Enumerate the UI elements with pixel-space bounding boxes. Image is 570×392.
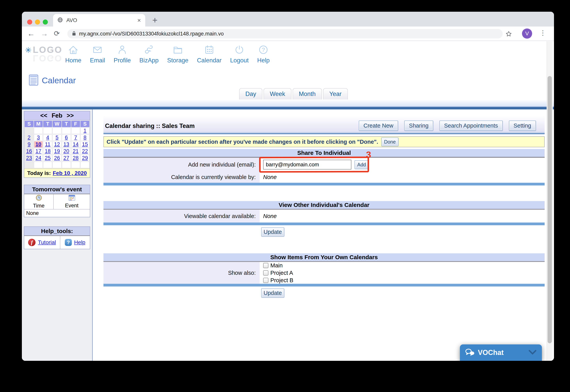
chevron-down-icon[interactable]	[528, 350, 537, 356]
calendar-day-cell-today[interactable]: 10	[34, 141, 43, 148]
calendar-day-cell	[34, 162, 43, 168]
nav-item-logout[interactable]: Logout	[230, 44, 249, 64]
home-icon	[68, 44, 79, 56]
calendar-day-cell[interactable]: 3	[34, 134, 43, 141]
calendar-day-cell[interactable]: 15	[80, 141, 89, 148]
project-a-checkbox[interactable]	[263, 270, 268, 276]
url-text: my.agnx.com/-/vo/SID600313304fokiuzokcl1…	[79, 31, 224, 37]
calendar-day-cell[interactable]: 5	[53, 134, 61, 141]
project-b-checkbox-label: Project B	[270, 277, 293, 284]
done-button[interactable]: Done	[381, 138, 398, 146]
mini-calendar: << Feb >> S M T W T F S	[24, 111, 90, 178]
nav-label: Logout	[230, 57, 249, 64]
browser-toolbar: ← → ⟳ my.agnx.com/-/vo/SID600313304fokiu…	[22, 27, 554, 41]
calendar-day-cell[interactable]: 23	[25, 155, 34, 161]
nav-item-storage[interactable]: Storage	[167, 44, 188, 64]
logout-icon	[234, 44, 245, 56]
search-appointments-button[interactable]: Search Appointments	[439, 121, 503, 131]
main-checkbox[interactable]	[263, 263, 268, 268]
dow-header: S	[80, 121, 89, 127]
share-to-individual-header: Share To Individual	[103, 149, 545, 158]
calendar-day-cell[interactable]: 2	[25, 134, 34, 141]
prev-month-button[interactable]: <<	[40, 112, 47, 119]
calendar-day-cell[interactable]: 20	[62, 148, 71, 154]
help-cell: ? Help	[60, 236, 90, 249]
address-bar[interactable]: my.agnx.com/-/vo/SID600313304fokiuzokcl1…	[67, 29, 503, 38]
calendar-day-cell	[25, 162, 34, 168]
nav-item-profile[interactable]: Profile	[114, 44, 131, 64]
calendar-day-cell[interactable]: 14	[71, 141, 80, 148]
calendar-day-cell[interactable]: 28	[71, 155, 80, 161]
checkbox-line-main: Main	[263, 262, 283, 269]
reload-button[interactable]: ⟳	[54, 29, 60, 38]
flash-tutorial-icon: f	[28, 239, 36, 246]
bookmark-star-icon[interactable]	[506, 31, 512, 38]
vochat-widget[interactable]: VOChat	[460, 344, 542, 361]
back-button[interactable]: ←	[27, 29, 35, 38]
calendar-day-cell[interactable]: 21	[71, 148, 80, 154]
help-link[interactable]: Help	[74, 239, 86, 246]
profile-icon	[117, 44, 128, 56]
calendar-day-cell[interactable]: 24	[34, 155, 43, 161]
calendar-day-cell[interactable]: 12	[53, 141, 61, 148]
calendar-day-cell[interactable]: 4	[43, 134, 52, 141]
calendar-day-cell[interactable]: 27	[62, 155, 71, 161]
calendar-day-cell[interactable]: 13	[62, 141, 71, 148]
content-title-band: Calendar sharing :: Sales Team Create Ne…	[103, 116, 545, 132]
calendar-day-cell[interactable]: 19	[53, 148, 61, 154]
nav-item-bizapp[interactable]: BizApp	[139, 44, 159, 64]
dow-header: F	[71, 121, 80, 127]
page-scrollbar[interactable]	[547, 41, 553, 361]
tab-week[interactable]: Week	[263, 88, 292, 99]
calendar-day-cell[interactable]: 29	[80, 155, 89, 161]
project-b-checkbox[interactable]	[263, 278, 268, 283]
show-also-row: Show also: Main Project A	[103, 262, 545, 284]
section-end-bar	[103, 284, 545, 286]
nav-label: Home	[65, 57, 81, 64]
calendar-day-cell[interactable]: 7	[71, 134, 80, 141]
show-also-label: Show also:	[103, 262, 260, 284]
calendar-day-cell[interactable]: 6	[62, 134, 71, 141]
calendar-day-cell[interactable]: 17	[34, 148, 43, 154]
calendar-day-cell[interactable]: 26	[53, 155, 61, 161]
update-show-section-button[interactable]: Update	[261, 288, 284, 297]
tab-close-icon[interactable]: ×	[137, 17, 141, 23]
new-tab-button[interactable]: +	[152, 15, 158, 25]
create-new-button[interactable]: Create New	[359, 121, 398, 131]
nav-item-help[interactable]: ? Help	[257, 44, 270, 64]
calendar-day-cell[interactable]: 18	[43, 148, 52, 154]
nav-label: BizApp	[139, 57, 159, 64]
scrollbar-thumb[interactable]	[548, 76, 552, 343]
nav-item-home[interactable]: Home	[65, 44, 81, 64]
calendar-view-tabs: Day Week Month Year	[239, 88, 348, 99]
setting-button[interactable]: Setting	[509, 121, 536, 131]
calendar-day-cell[interactable]: 11	[43, 141, 52, 148]
tab-year[interactable]: Year	[323, 88, 348, 99]
sharing-button[interactable]: Sharing	[404, 121, 433, 131]
calendar-day-cell[interactable]: 16	[25, 148, 34, 154]
calendar-day-cell[interactable]: 25	[43, 155, 52, 161]
macos-zoom-button[interactable]	[43, 19, 48, 25]
profile-avatar[interactable]: V	[522, 28, 532, 39]
clock-icon	[36, 195, 42, 202]
today-link[interactable]: Feb 10 , 2020	[53, 170, 87, 176]
tab-month[interactable]: Month	[292, 88, 322, 99]
browser-tab[interactable]: AVO ×	[53, 14, 145, 27]
nav-item-email[interactable]: Email	[90, 44, 105, 64]
calendar-day-cell[interactable]: 1	[80, 127, 89, 134]
tutorial-link[interactable]: Tutorial	[38, 239, 56, 246]
next-month-button[interactable]: >>	[67, 112, 74, 119]
screenshot-canvas: AVO × + ← → ⟳ my.agnx.com/-/vo/SID600313…	[0, 0, 570, 392]
macos-minimize-button[interactable]	[35, 19, 40, 25]
tab-day[interactable]: Day	[239, 88, 262, 99]
calendar-day-cell[interactable]: 8	[80, 134, 89, 141]
update-view-section-button[interactable]: Update	[261, 227, 284, 236]
top-navigation: Home Email Profile BizApp Storage	[65, 44, 270, 64]
calendar-day-cell[interactable]: 9	[25, 141, 34, 148]
sidebar: << Feb >> S M T W T F S	[22, 109, 92, 361]
macos-close-button[interactable]	[27, 19, 32, 25]
browser-menu-icon[interactable]: ⋮	[540, 29, 546, 37]
calendar-day-cell[interactable]: 22	[80, 148, 89, 154]
help-tools-title: Help_tools:	[24, 227, 90, 236]
nav-item-calendar[interactable]: Calendar	[197, 44, 221, 64]
